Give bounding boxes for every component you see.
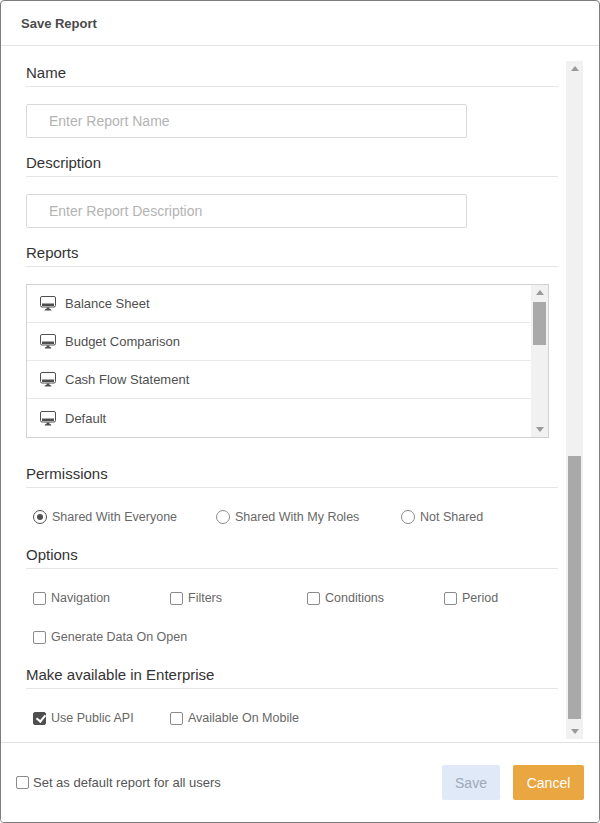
triangle-down-icon[interactable] <box>531 422 548 437</box>
options-checkbox-row-2: Generate Data On Open <box>26 629 558 645</box>
checkbox-icon <box>170 712 183 725</box>
radio-shared-with-my-roles[interactable]: Shared With My Roles <box>216 510 401 524</box>
radio-not-shared[interactable]: Not Shared <box>401 510 483 524</box>
dialog-scrollbar[interactable] <box>566 61 583 739</box>
report-list-item-label: Budget Comparison <box>65 334 180 349</box>
checkbox-conditions[interactable]: Conditions <box>307 591 444 605</box>
cancel-button[interactable]: Cancel <box>513 765 584 800</box>
radio-icon <box>401 510 415 524</box>
enterprise-checkbox-row: Use Public API Available On Mobile <box>26 710 558 726</box>
monitor-icon <box>40 334 56 349</box>
reports-listbox: Balance Sheet Budget Comparison Cash Flo… <box>26 284 549 438</box>
report-list-item-label: Balance Sheet <box>65 296 150 311</box>
report-name-input[interactable] <box>26 104 467 138</box>
report-list-item[interactable]: Cash Flow Statement <box>27 361 531 399</box>
permissions-radio-group: Shared With Everyone Shared With My Role… <box>26 509 558 525</box>
radio-icon <box>33 510 47 524</box>
checkbox-icon <box>33 592 46 605</box>
options-section-label: Options <box>26 547 558 569</box>
checkbox-icon <box>33 631 46 644</box>
save-button[interactable]: Save <box>442 765 500 800</box>
checkbox-filters[interactable]: Filters <box>170 591 307 605</box>
report-list-item[interactable]: Budget Comparison <box>27 323 531 361</box>
checkbox-icon <box>307 592 320 605</box>
checkbox-set-as-default[interactable]: Set as default report for all users <box>16 775 221 790</box>
dialog-title: Save Report <box>21 16 97 31</box>
name-section-label: Name <box>26 65 558 87</box>
monitor-icon <box>40 372 56 387</box>
reports-section-label: Reports <box>26 245 558 267</box>
report-list-item-label: Cash Flow Statement <box>65 372 189 387</box>
enterprise-section-label: Make available in Enterprise <box>26 667 558 689</box>
checkbox-generate-data-on-open[interactable]: Generate Data On Open <box>33 630 187 644</box>
dialog-header: Save Report <box>1 1 599 46</box>
report-list-item[interactable]: Balance Sheet <box>27 285 531 323</box>
report-list-item-label: Default <box>65 411 106 426</box>
checkbox-icon <box>170 592 183 605</box>
radio-shared-with-everyone[interactable]: Shared With Everyone <box>33 510 216 524</box>
monitor-icon <box>40 296 56 311</box>
dialog-footer: Set as default report for all users Save… <box>1 742 599 822</box>
reports-scrollbar-thumb[interactable] <box>533 302 546 345</box>
checkbox-period[interactable]: Period <box>444 591 498 605</box>
triangle-down-icon[interactable] <box>566 724 583 739</box>
save-report-dialog: Save Report Name Description Reports Bal… <box>0 0 600 823</box>
triangle-up-icon[interactable] <box>566 61 583 76</box>
checkbox-icon <box>444 592 457 605</box>
triangle-up-icon[interactable] <box>531 285 548 300</box>
reports-list-scrollbar[interactable] <box>531 285 548 437</box>
report-description-input[interactable] <box>26 194 467 228</box>
options-checkbox-row-1: Navigation Filters Conditions Period <box>26 590 558 606</box>
permissions-section-label: Permissions <box>26 466 558 488</box>
dialog-body: Name Description Reports Balance Sheet <box>1 47 599 741</box>
checkbox-icon <box>16 776 29 789</box>
dialog-scrollbar-thumb[interactable] <box>568 456 581 719</box>
radio-icon <box>216 510 230 524</box>
report-list-item[interactable]: Default <box>27 399 531 437</box>
checkbox-use-public-api[interactable]: Use Public API <box>33 711 170 725</box>
checkbox-icon <box>33 712 46 725</box>
description-section-label: Description <box>26 155 558 177</box>
checkbox-available-on-mobile[interactable]: Available On Mobile <box>170 711 299 725</box>
checkbox-navigation[interactable]: Navigation <box>33 591 170 605</box>
monitor-icon <box>40 411 56 426</box>
